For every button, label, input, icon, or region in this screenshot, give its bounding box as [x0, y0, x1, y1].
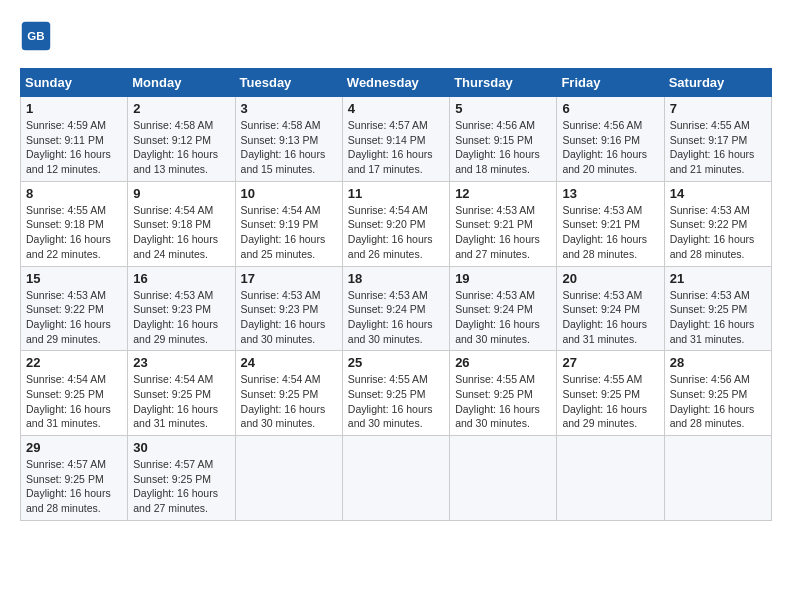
- day-number: 5: [455, 101, 551, 116]
- day-info: Sunrise: 4:56 AM Sunset: 9:25 PM Dayligh…: [670, 372, 766, 431]
- day-info: Sunrise: 4:55 AM Sunset: 9:18 PM Dayligh…: [26, 203, 122, 262]
- day-number: 10: [241, 186, 337, 201]
- day-info: Sunrise: 4:57 AM Sunset: 9:14 PM Dayligh…: [348, 118, 444, 177]
- table-row: 15 Sunrise: 4:53 AM Sunset: 9:22 PM Dayl…: [21, 266, 128, 351]
- table-row: 29 Sunrise: 4:57 AM Sunset: 9:25 PM Dayl…: [21, 436, 128, 521]
- day-number: 17: [241, 271, 337, 286]
- day-info: Sunrise: 4:54 AM Sunset: 9:19 PM Dayligh…: [241, 203, 337, 262]
- logo: GB: [20, 20, 56, 52]
- day-info: Sunrise: 4:56 AM Sunset: 9:15 PM Dayligh…: [455, 118, 551, 177]
- table-row: [235, 436, 342, 521]
- table-row: [664, 436, 771, 521]
- day-number: 28: [670, 355, 766, 370]
- table-row: 9 Sunrise: 4:54 AM Sunset: 9:18 PM Dayli…: [128, 181, 235, 266]
- day-number: 16: [133, 271, 229, 286]
- day-number: 23: [133, 355, 229, 370]
- table-row: 5 Sunrise: 4:56 AM Sunset: 9:15 PM Dayli…: [450, 97, 557, 182]
- table-row: [557, 436, 664, 521]
- day-number: 24: [241, 355, 337, 370]
- day-number: 3: [241, 101, 337, 116]
- logo-icon: GB: [20, 20, 52, 52]
- col-tuesday: Tuesday: [235, 69, 342, 97]
- table-row: 24 Sunrise: 4:54 AM Sunset: 9:25 PM Dayl…: [235, 351, 342, 436]
- svg-text:GB: GB: [27, 30, 44, 42]
- day-info: Sunrise: 4:58 AM Sunset: 9:13 PM Dayligh…: [241, 118, 337, 177]
- day-number: 11: [348, 186, 444, 201]
- day-info: Sunrise: 4:55 AM Sunset: 9:17 PM Dayligh…: [670, 118, 766, 177]
- day-info: Sunrise: 4:53 AM Sunset: 9:21 PM Dayligh…: [562, 203, 658, 262]
- day-number: 9: [133, 186, 229, 201]
- day-info: Sunrise: 4:56 AM Sunset: 9:16 PM Dayligh…: [562, 118, 658, 177]
- col-wednesday: Wednesday: [342, 69, 449, 97]
- day-number: 14: [670, 186, 766, 201]
- table-row: 11 Sunrise: 4:54 AM Sunset: 9:20 PM Dayl…: [342, 181, 449, 266]
- day-number: 26: [455, 355, 551, 370]
- day-number: 18: [348, 271, 444, 286]
- day-number: 19: [455, 271, 551, 286]
- table-row: 7 Sunrise: 4:55 AM Sunset: 9:17 PM Dayli…: [664, 97, 771, 182]
- day-number: 8: [26, 186, 122, 201]
- table-row: 22 Sunrise: 4:54 AM Sunset: 9:25 PM Dayl…: [21, 351, 128, 436]
- calendar-table: Sunday Monday Tuesday Wednesday Thursday…: [20, 68, 772, 521]
- table-row: 30 Sunrise: 4:57 AM Sunset: 9:25 PM Dayl…: [128, 436, 235, 521]
- table-row: 25 Sunrise: 4:55 AM Sunset: 9:25 PM Dayl…: [342, 351, 449, 436]
- table-row: 6 Sunrise: 4:56 AM Sunset: 9:16 PM Dayli…: [557, 97, 664, 182]
- col-saturday: Saturday: [664, 69, 771, 97]
- col-friday: Friday: [557, 69, 664, 97]
- day-info: Sunrise: 4:53 AM Sunset: 9:24 PM Dayligh…: [562, 288, 658, 347]
- table-row: 2 Sunrise: 4:58 AM Sunset: 9:12 PM Dayli…: [128, 97, 235, 182]
- table-row: 12 Sunrise: 4:53 AM Sunset: 9:21 PM Dayl…: [450, 181, 557, 266]
- table-row: 21 Sunrise: 4:53 AM Sunset: 9:25 PM Dayl…: [664, 266, 771, 351]
- table-row: 18 Sunrise: 4:53 AM Sunset: 9:24 PM Dayl…: [342, 266, 449, 351]
- day-number: 6: [562, 101, 658, 116]
- day-number: 20: [562, 271, 658, 286]
- day-info: Sunrise: 4:55 AM Sunset: 9:25 PM Dayligh…: [562, 372, 658, 431]
- day-number: 30: [133, 440, 229, 455]
- table-row: 1 Sunrise: 4:59 AM Sunset: 9:11 PM Dayli…: [21, 97, 128, 182]
- col-thursday: Thursday: [450, 69, 557, 97]
- day-number: 4: [348, 101, 444, 116]
- table-row: 23 Sunrise: 4:54 AM Sunset: 9:25 PM Dayl…: [128, 351, 235, 436]
- day-info: Sunrise: 4:54 AM Sunset: 9:20 PM Dayligh…: [348, 203, 444, 262]
- day-number: 25: [348, 355, 444, 370]
- table-row: 19 Sunrise: 4:53 AM Sunset: 9:24 PM Dayl…: [450, 266, 557, 351]
- page-header: GB: [20, 20, 772, 52]
- day-number: 15: [26, 271, 122, 286]
- day-info: Sunrise: 4:53 AM Sunset: 9:23 PM Dayligh…: [133, 288, 229, 347]
- day-info: Sunrise: 4:53 AM Sunset: 9:22 PM Dayligh…: [670, 203, 766, 262]
- day-info: Sunrise: 4:59 AM Sunset: 9:11 PM Dayligh…: [26, 118, 122, 177]
- table-row: 14 Sunrise: 4:53 AM Sunset: 9:22 PM Dayl…: [664, 181, 771, 266]
- day-info: Sunrise: 4:54 AM Sunset: 9:25 PM Dayligh…: [133, 372, 229, 431]
- day-info: Sunrise: 4:58 AM Sunset: 9:12 PM Dayligh…: [133, 118, 229, 177]
- table-row: 4 Sunrise: 4:57 AM Sunset: 9:14 PM Dayli…: [342, 97, 449, 182]
- table-row: 13 Sunrise: 4:53 AM Sunset: 9:21 PM Dayl…: [557, 181, 664, 266]
- day-info: Sunrise: 4:55 AM Sunset: 9:25 PM Dayligh…: [348, 372, 444, 431]
- table-row: 16 Sunrise: 4:53 AM Sunset: 9:23 PM Dayl…: [128, 266, 235, 351]
- day-info: Sunrise: 4:53 AM Sunset: 9:24 PM Dayligh…: [455, 288, 551, 347]
- day-number: 2: [133, 101, 229, 116]
- day-number: 27: [562, 355, 658, 370]
- table-row: 8 Sunrise: 4:55 AM Sunset: 9:18 PM Dayli…: [21, 181, 128, 266]
- day-info: Sunrise: 4:54 AM Sunset: 9:25 PM Dayligh…: [241, 372, 337, 431]
- col-monday: Monday: [128, 69, 235, 97]
- day-number: 13: [562, 186, 658, 201]
- day-number: 22: [26, 355, 122, 370]
- table-row: 17 Sunrise: 4:53 AM Sunset: 9:23 PM Dayl…: [235, 266, 342, 351]
- table-row: 27 Sunrise: 4:55 AM Sunset: 9:25 PM Dayl…: [557, 351, 664, 436]
- table-row: 10 Sunrise: 4:54 AM Sunset: 9:19 PM Dayl…: [235, 181, 342, 266]
- day-info: Sunrise: 4:53 AM Sunset: 9:24 PM Dayligh…: [348, 288, 444, 347]
- day-info: Sunrise: 4:53 AM Sunset: 9:21 PM Dayligh…: [455, 203, 551, 262]
- table-row: [342, 436, 449, 521]
- day-info: Sunrise: 4:54 AM Sunset: 9:25 PM Dayligh…: [26, 372, 122, 431]
- day-info: Sunrise: 4:57 AM Sunset: 9:25 PM Dayligh…: [133, 457, 229, 516]
- day-info: Sunrise: 4:57 AM Sunset: 9:25 PM Dayligh…: [26, 457, 122, 516]
- day-number: 12: [455, 186, 551, 201]
- table-row: 26 Sunrise: 4:55 AM Sunset: 9:25 PM Dayl…: [450, 351, 557, 436]
- day-info: Sunrise: 4:54 AM Sunset: 9:18 PM Dayligh…: [133, 203, 229, 262]
- day-info: Sunrise: 4:53 AM Sunset: 9:23 PM Dayligh…: [241, 288, 337, 347]
- day-info: Sunrise: 4:53 AM Sunset: 9:22 PM Dayligh…: [26, 288, 122, 347]
- day-number: 7: [670, 101, 766, 116]
- day-number: 1: [26, 101, 122, 116]
- table-row: [450, 436, 557, 521]
- day-number: 21: [670, 271, 766, 286]
